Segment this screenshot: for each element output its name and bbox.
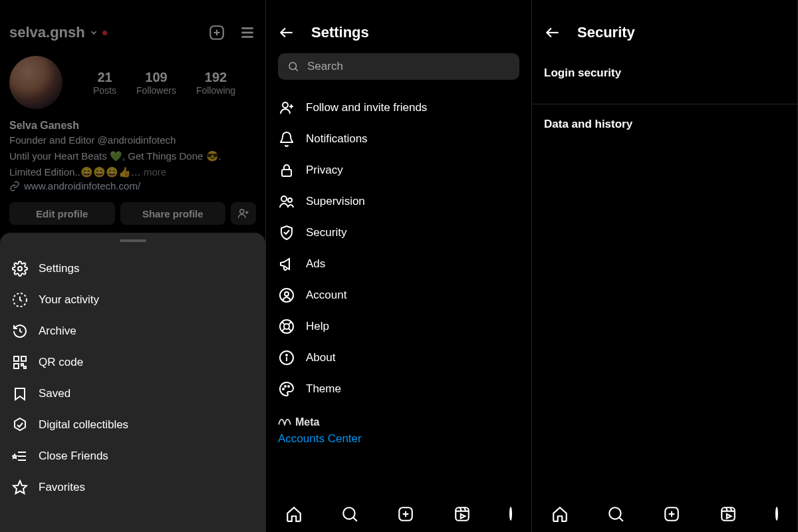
archive-icon [12,323,28,339]
sheet-item-label: Settings [39,262,79,275]
svg-marker-72 [726,514,731,519]
palette-icon [278,380,295,398]
nav-home[interactable] [551,505,569,523]
svg-marker-20 [13,481,27,493]
nav-home[interactable] [285,505,303,523]
bottom-nav [266,496,531,532]
sheet-item-favorites[interactable]: Favorites [12,471,253,503]
create-icon [397,505,414,523]
nav-profile[interactable] [509,508,512,520]
security-pane: Security Login security Password Login a… [532,0,798,532]
settings-item-label: Theme [306,382,341,396]
settings-pane: Settings Follow and invite friends Notif… [266,0,532,532]
arrow-left-icon [278,24,295,41]
nav-search[interactable] [341,505,358,523]
lifebuoy-icon [278,318,295,335]
nav-search[interactable] [607,505,624,523]
reels-icon [454,505,471,523]
create-icon [663,505,680,523]
megaphone-icon [278,255,295,273]
list-star-icon [12,448,28,464]
info-icon [278,349,295,366]
settings-item-account[interactable]: Account [278,279,527,311]
activity-icon [12,292,28,308]
settings-item-theme[interactable]: Theme [278,373,527,404]
bell-icon [278,130,295,148]
accounts-center-link[interactable]: Accounts Center [278,432,527,446]
sheet-item-settings[interactable]: Settings [12,253,253,284]
search-icon [341,505,358,523]
section-login-security: Login security [532,53,797,86]
settings-item-label: About [306,351,335,364]
page-title: Security [577,24,635,41]
settings-item-label: Account [306,289,346,302]
svg-line-23 [295,68,298,71]
search-icon [607,505,624,523]
svg-point-22 [289,63,297,70]
avatar-icon [775,507,778,521]
avatar-icon [509,507,512,521]
hexagon-check-icon [12,417,28,433]
sheet-item-qr-code[interactable]: QR code [12,346,253,378]
home-icon [551,505,569,523]
settings-item-ads[interactable]: Ads [278,248,527,279]
arrow-left-icon [544,24,561,41]
sheet-item-your-activity[interactable]: Your activity [12,284,253,315]
settings-item-notifications[interactable]: Notifications [278,123,527,154]
lock-icon [278,162,295,179]
sheet-item-label: Close Friends [39,450,108,463]
svg-point-40 [286,354,287,356]
qr-code-icon [12,354,28,370]
settings-item-help[interactable]: Help [278,311,527,342]
profile-menu-sheet: Settings Your activity Archive QR code S [0,233,265,532]
svg-point-43 [288,386,289,387]
svg-line-37 [282,329,285,331]
sheet-handle[interactable] [120,239,146,242]
sheet-item-archive[interactable]: Archive [12,315,253,346]
settings-item-supervision[interactable]: Supervision [278,186,527,217]
search-bar[interactable] [278,53,519,80]
sheet-item-saved[interactable]: Saved [12,378,253,409]
sheet-item-digital-collectibles[interactable]: Digital collectibles [12,409,253,440]
settings-icon [12,261,28,277]
svg-rect-15 [24,366,26,368]
back-button[interactable] [544,24,561,41]
nav-create[interactable] [397,505,414,523]
settings-item-label: Privacy [306,164,343,177]
settings-item-security[interactable]: Security [278,217,527,248]
home-icon [285,505,303,523]
sheet-item-label: Favorites [39,481,85,494]
svg-point-31 [285,292,289,296]
search-icon [287,61,299,72]
search-input[interactable] [307,60,510,73]
svg-point-9 [18,267,22,271]
add-user-icon [278,99,295,116]
svg-rect-14 [21,364,23,366]
sheet-item-label: Archive [39,325,76,338]
settings-item-follow-invite[interactable]: Follow and invite friends [278,92,527,123]
settings-item-privacy[interactable]: Privacy [278,154,527,186]
svg-point-41 [283,388,284,390]
nav-reels[interactable] [454,505,471,523]
nav-create[interactable] [663,505,680,523]
settings-item-label: Security [306,226,346,239]
svg-rect-11 [14,356,19,361]
sheet-item-label: Digital collectibles [39,418,128,432]
svg-point-29 [288,198,292,202]
reels-icon [720,505,737,523]
back-button[interactable] [278,24,295,41]
nav-profile[interactable] [775,508,778,520]
svg-point-24 [283,102,288,108]
settings-item-about[interactable]: About [278,342,527,373]
sheet-item-label: Saved [39,387,70,400]
user-circle-icon [278,287,295,304]
sheet-item-close-friends[interactable]: Close Friends [12,440,253,471]
settings-item-label: Notifications [306,132,368,146]
svg-point-33 [284,324,289,329]
svg-rect-13 [14,364,19,368]
svg-marker-53 [460,514,465,519]
bottom-nav [532,496,797,532]
svg-rect-27 [282,170,291,176]
page-title: Settings [311,24,369,41]
nav-reels[interactable] [720,505,737,523]
